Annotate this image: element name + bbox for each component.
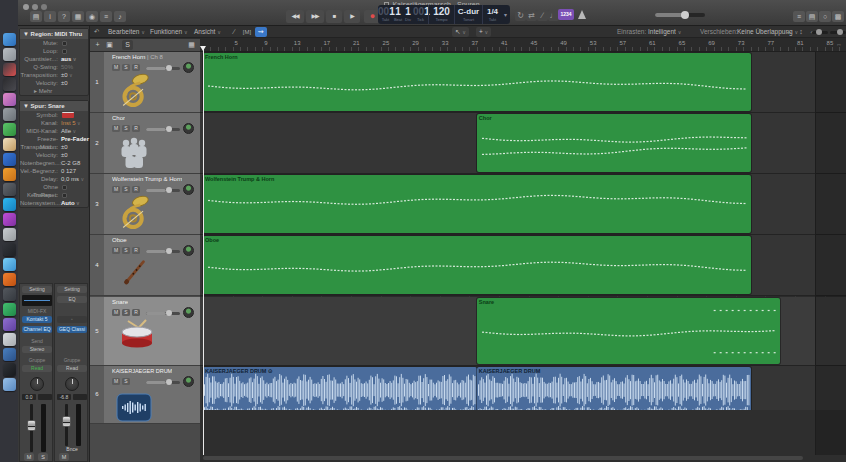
mute-button[interactable]: M [112, 125, 120, 132]
inspector-row-value[interactable]: ±0 ∨ [61, 71, 73, 79]
lcd-display-mode-caret[interactable]: ▾ [502, 11, 509, 18]
solo-button[interactable]: S [122, 247, 130, 254]
dock-icon[interactable] [3, 363, 16, 376]
track-header-chor[interactable]: 2ChorMSR [90, 113, 200, 174]
checkbox[interactable] [62, 185, 67, 190]
record-enable-button[interactable]: R [132, 186, 140, 193]
inspector-row-value[interactable]: ±0 [61, 151, 68, 159]
mixer-icon[interactable]: ≡ [100, 11, 112, 22]
volume-readout[interactable]: 0.0 [22, 394, 36, 400]
checkbox[interactable] [62, 193, 67, 198]
lcd-tempo-field[interactable]: 120 Tempo [428, 5, 454, 24]
replace-icon[interactable]: ⇄ [526, 10, 537, 21]
track-header-wolfenstein-trump-horn[interactable]: 3Wolfenstein Trump & HornMSR [90, 174, 200, 235]
lcd-key-field[interactable]: C-dur Tonart [454, 5, 482, 24]
track-pan-knob[interactable] [183, 184, 194, 195]
track-zoom-slider[interactable] [830, 31, 846, 34]
track-name[interactable]: KAISERJAEGER DRUM [112, 368, 172, 374]
record-enable-button[interactable]: R [132, 64, 140, 71]
menu-ansicht[interactable]: Ansicht ∨ [194, 28, 221, 35]
inspector-row-value[interactable]: Inst 5 ∨ [61, 119, 81, 127]
lcd-display[interactable]: 001 Takt 1 Beat 1 Div 001 Tick 120 Tem [378, 5, 510, 24]
mute-button[interactable]: M [112, 309, 120, 316]
track-pan-knob[interactable] [183, 245, 194, 256]
solo-button[interactable]: S [122, 125, 130, 132]
inspector-row-value[interactable]: 0 127 [61, 167, 76, 175]
region-inspector-header[interactable]: ▼ Region: MIDI Thru [20, 29, 88, 39]
checkbox[interactable] [62, 49, 67, 54]
track-volume-slider[interactable] [146, 312, 180, 315]
inspector-row[interactable]: ▸ Mehr [20, 87, 88, 95]
record-enable-button[interactable]: R [132, 125, 140, 132]
autopunch-icon[interactable]: ∕ [537, 10, 548, 21]
automation-icon[interactable]: ∕ [228, 27, 240, 37]
mute-button[interactable]: M [112, 378, 120, 385]
dock-icon[interactable] [3, 333, 16, 346]
master-volume-thumb[interactable] [681, 11, 689, 19]
dock-icon[interactable] [3, 183, 16, 196]
count-in-button[interactable]: 1234 [558, 9, 574, 20]
inspector-row[interactable]: Ohne Transp...: [20, 183, 88, 191]
inspector-row[interactable]: Vel.-Begrenz.:0 127 [20, 167, 88, 175]
group-label[interactable]: Gruppe [55, 357, 89, 363]
more-disclosure[interactable]: ▸ Mehr [20, 87, 88, 95]
inspector-icon[interactable]: i [44, 11, 56, 22]
dock-icon[interactable] [3, 123, 16, 136]
inspector-row[interactable]: Transposition:±0 [20, 143, 88, 151]
inspector-row-value[interactable]: 50% [61, 63, 73, 71]
inspector-row[interactable]: Velocity:±0 [20, 151, 88, 159]
eq-thumbnail[interactable] [22, 295, 52, 306]
track-name[interactable]: Oboe [112, 237, 127, 243]
mute-button[interactable]: M [112, 64, 120, 71]
menu-funktionen[interactable]: Funktionen ∨ [150, 28, 188, 35]
inspector-row-value[interactable]: Auto ∨ [61, 199, 80, 207]
checkbox[interactable] [62, 41, 67, 46]
midi-badge-icon[interactable]: [M] [241, 27, 253, 37]
audio-fx-slot[interactable]: Channel EQ [22, 326, 52, 333]
plugin-slot-icon[interactable]: ◦ [57, 316, 87, 323]
dock-icon[interactable] [3, 228, 16, 241]
waveform-zoom-slider[interactable] [812, 31, 828, 34]
dock-icon[interactable] [3, 303, 16, 316]
smart-controls-icon[interactable]: ◉ [86, 11, 98, 22]
stepper-caret-icon[interactable]: ∨ [68, 72, 73, 78]
dock-icon[interactable] [3, 93, 16, 106]
dock-icon[interactable] [3, 258, 16, 271]
inspector-row[interactable]: Mute: [20, 39, 88, 47]
dock-icon[interactable] [3, 108, 16, 121]
solo-button[interactable]: S [122, 378, 130, 385]
track-pan-knob[interactable] [183, 123, 194, 134]
inspector-row[interactable]: Notenbegren...:C-2 G8 [20, 159, 88, 167]
dock-icon[interactable] [3, 48, 16, 61]
setting-button[interactable]: Setting [22, 286, 52, 293]
volume-fader[interactable] [62, 416, 71, 427]
inspector-row[interactable]: Quantisier...:aus ∨ [20, 55, 88, 63]
dock-icon[interactable] [3, 138, 16, 151]
inspector-row[interactable]: Q-Swing:50% [20, 63, 88, 71]
dock-icon[interactable] [3, 78, 16, 91]
track-volume-slider[interactable] [146, 67, 180, 70]
flex-button[interactable]: ⇝ [255, 27, 267, 37]
apple-loops-icon[interactable]: ○ [819, 11, 831, 22]
track-header-config-icon[interactable]: ▦ [186, 40, 197, 50]
inspector-row[interactable]: Freeze-Mod...:Pre-Fader [20, 135, 88, 143]
mute-button[interactable]: M [112, 186, 120, 193]
lcd-signature-field[interactable]: 1/4 Takt [482, 5, 502, 24]
drag-zoom-icon[interactable]: ↔ [783, 27, 795, 37]
stepper-caret-icon[interactable]: ∨ [75, 200, 80, 206]
dock-icon[interactable] [3, 288, 16, 301]
inspector-row[interactable]: Velocity:±0 [20, 79, 88, 87]
toolbar-icon[interactable]: ▦ [72, 11, 84, 22]
playhead[interactable] [203, 47, 204, 455]
cycle-icon[interactable]: ↻ [515, 10, 526, 21]
record-enable-button[interactable]: R [132, 247, 140, 254]
horizontal-scrollbar[interactable] [203, 456, 803, 460]
vertical-zoom-icon[interactable]: ↕ [795, 27, 807, 37]
menu-bearbeiten[interactable]: Bearbeiten ∨ [108, 28, 145, 35]
cmd-click-tool-selector[interactable]: + ∨ [476, 27, 491, 37]
master-volume-slider[interactable] [655, 13, 705, 17]
playhead-marker[interactable] [200, 46, 206, 51]
dock-icon[interactable] [3, 168, 16, 181]
track-name[interactable]: Wolfenstein Trump & Horn [112, 176, 182, 182]
inspector-row[interactable]: Symbol: [20, 111, 88, 119]
